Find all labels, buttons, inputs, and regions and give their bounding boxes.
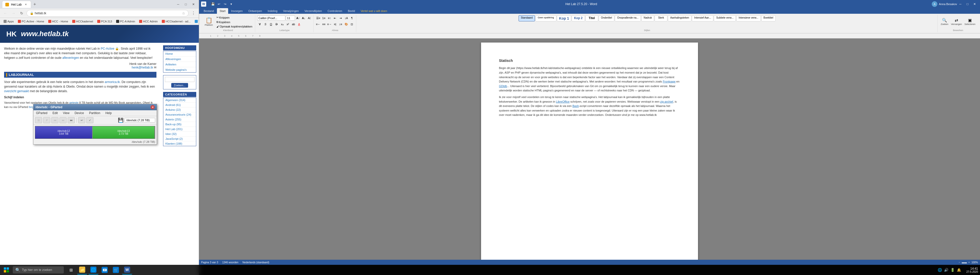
word-close-button[interactable]: ✕ (971, 1, 978, 7)
tray-network-icon[interactable]: 🌐 (938, 268, 942, 272)
qa-customize-button[interactable]: ▾ (229, 2, 234, 6)
style-no-spacing[interactable]: Geen spatiëring (535, 15, 556, 21)
subscript-button[interactable]: x₂ (280, 22, 285, 27)
cut-button[interactable]: ✂ Knippen (215, 15, 253, 20)
numbering-button[interactable]: 1≡ (321, 16, 326, 21)
font-color-button[interactable]: A (297, 22, 302, 27)
style-nadruk[interactable]: Nadruk (641, 15, 654, 21)
font-shrink-button[interactable]: A↓ (301, 16, 306, 21)
highlight-button[interactable]: ab (291, 22, 296, 27)
new-tab-button[interactable]: + (31, 1, 38, 8)
device-dropdown[interactable]: /dev/sdc (7.28 TiB) (124, 118, 155, 122)
close-button[interactable]: ✕ (190, 1, 197, 8)
style-standaard[interactable]: Standaard (519, 15, 535, 21)
overzicht-link[interactable]: overzicht gemaakt (4, 89, 29, 93)
tab-verwijzingen[interactable]: Verwijzingen (280, 8, 301, 14)
bookmark-apps[interactable]: Apps (2, 19, 15, 24)
browser-tab-active[interactable]: Het Lab ✕ (2, 1, 31, 8)
search-button[interactable]: Zoeken... (171, 83, 188, 88)
align-left-button[interactable]: ≡← (316, 22, 321, 27)
gparted-menu-gparted[interactable]: GParted (35, 111, 48, 115)
gparted-tool-new[interactable]: ⊞ (35, 117, 42, 123)
taskbar-edge[interactable]: 🌐 (88, 266, 99, 275)
word-content-scroll[interactable]: Statisch Begin dit jaar (https://www.het… (199, 38, 980, 260)
bold-button[interactable]: V (257, 22, 262, 27)
tray-volume-icon[interactable]: 🔊 (944, 268, 948, 272)
zoeken-button[interactable]: 🔍 Zoeken (940, 18, 950, 26)
style-aanhalingsteken[interactable]: Aanhalingsteken (668, 15, 691, 21)
copy-button[interactable]: ⧉ Kopiëren (215, 20, 253, 24)
align-center-button[interactable]: ≡≡ (321, 22, 326, 27)
tab-close-button[interactable]: ✕ (24, 3, 28, 6)
strikethrough-button[interactable]: D (274, 22, 279, 27)
cat-assurancetourix[interactable]: Assurancetourix (24) (163, 112, 196, 117)
word-minimize-button[interactable]: ─ (957, 1, 964, 7)
gparted-close-button[interactable]: ✕ (151, 105, 155, 109)
increase-indent-button[interactable]: ⇥ (338, 16, 343, 21)
minimize-button[interactable]: ─ (175, 1, 181, 8)
tab-help[interactable]: Vertel wat u wilt doen (358, 8, 390, 14)
style-onopvallend[interactable]: Onopvallende na... (615, 15, 641, 21)
gparted-tool-next[interactable]: ⏭ (59, 117, 67, 123)
cat-idee[interactable]: Idee (32) (163, 132, 196, 136)
bash-link[interactable]: Bash (573, 104, 579, 107)
font-grow-button[interactable]: A↑ (296, 16, 301, 21)
gparted-menu-view[interactable]: View (62, 111, 70, 115)
frontpage-link[interactable]: Frontpage (663, 80, 676, 83)
refresh-button[interactable]: ↻ (18, 10, 25, 17)
taskbar-task-view[interactable]: ⊞ (66, 266, 76, 275)
tab-beeld[interactable]: Beeld (345, 8, 358, 14)
gparted-tool-delete[interactable]: ✗ (43, 117, 50, 123)
search-input[interactable] (165, 77, 194, 82)
gparted-menu-edit[interactable]: Edit (52, 111, 59, 115)
paste-button[interactable]: 📋 Plakken (203, 17, 215, 27)
font-clear-button[interactable]: A⃝ (307, 16, 312, 21)
gparted-tool-apply[interactable]: ✓ (86, 117, 94, 123)
gparted-tool-last[interactable]: ⏭ (68, 117, 75, 123)
bookmark-hcckadernet-ad[interactable]: HCCkadernet - ad... (160, 19, 192, 24)
afleveringen-link[interactable]: afleveringen (62, 56, 79, 60)
format-painter-button[interactable]: 🖌 Opmaak kopiëren/plakken (215, 24, 253, 28)
zoom-out-button[interactable]: － (958, 261, 961, 264)
bookmark-hcc-admin[interactable]: HCC Admin (138, 19, 159, 24)
browser-menu-button[interactable]: ⋮ (190, 10, 197, 17)
maximize-button[interactable]: □ (183, 1, 189, 8)
taskbar-search-box[interactable]: 🔍 Typ hier om te zoeken (13, 266, 64, 273)
style-ondertitel[interactable]: Ondertitel (599, 15, 614, 21)
taskbar-word[interactable]: W (122, 266, 132, 275)
gparted-menu-device[interactable]: Device (73, 111, 85, 115)
cat-javascript[interactable]: JavaScript (2) (163, 136, 196, 141)
bullets-button[interactable]: ☰≡ (316, 16, 321, 21)
taskbar-clock[interactable]: 14:41 27-5-2020 (964, 267, 980, 273)
cat-backup[interactable]: Back-up (95) (163, 122, 196, 127)
cat-android[interactable]: Android (61) (163, 103, 196, 107)
pilcrow-button[interactable]: ¶ (349, 16, 355, 21)
decrease-indent-button[interactable]: ⇤ (332, 16, 338, 21)
bookmark-pca-admin[interactable]: PC-A Admin (115, 19, 137, 24)
gparted-menu-partition[interactable]: Partition (88, 111, 101, 115)
gparted-tool-prev[interactable]: ⏮ (51, 117, 59, 123)
style-kop1[interactable]: Kop 1 (557, 15, 571, 21)
multilevel-button[interactable]: ≡↑ (327, 16, 332, 21)
shading-button[interactable]: 🎨 (344, 22, 349, 27)
forward-button[interactable]: → (10, 10, 17, 17)
gparted-menu-help[interactable]: Help (104, 111, 113, 115)
pc-active-link[interactable]: PC-Active (101, 47, 115, 51)
taskbar-outlook[interactable]: 📧 (100, 266, 110, 275)
gparted-tool-undo[interactable]: ↩ (78, 117, 85, 123)
borders-button[interactable]: ⊡ (349, 22, 355, 27)
style-sterk[interactable]: Sterk (655, 15, 667, 21)
tab-bestand[interactable]: Bestand (201, 8, 216, 14)
armorica-link[interactable]: armorica.tk (105, 80, 120, 84)
cat-hetlab[interactable]: Het Lab (201) (163, 127, 196, 132)
nav-website-paginas[interactable]: Website pagina's (163, 67, 196, 72)
zoom-in-button[interactable]: ＋ (968, 261, 970, 264)
bookmark-star-icon[interactable]: ☆ (182, 11, 185, 15)
tab-indeling[interactable]: Indeling (265, 8, 280, 14)
qa-redo-button[interactable]: ↪ (223, 2, 228, 6)
tray-battery-icon[interactable]: 🔋 (950, 268, 955, 272)
italic-button[interactable]: S (263, 22, 268, 27)
tab-controleren[interactable]: Controleren (325, 8, 345, 14)
font-size-selector[interactable] (286, 16, 295, 21)
libreoffice-link[interactable]: LibreOffice (556, 100, 570, 103)
